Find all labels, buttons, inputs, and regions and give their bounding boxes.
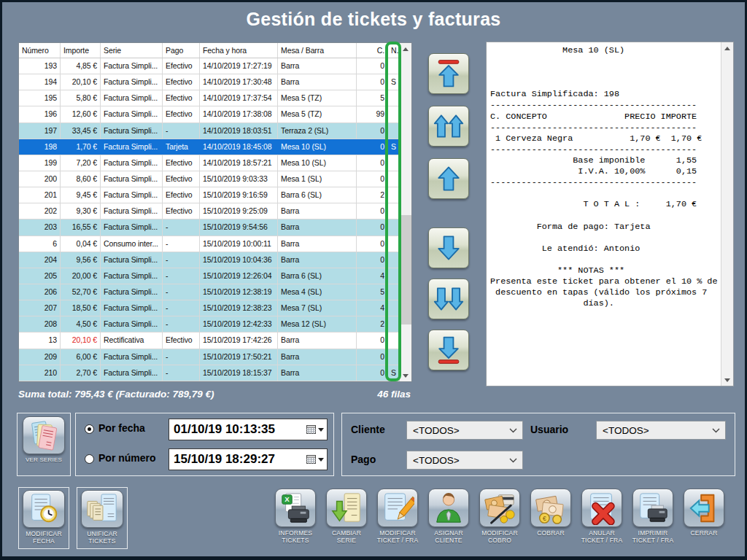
scroll-down-arrow-icon[interactable] [721, 374, 733, 386]
receipt-scrollbar[interactable] [721, 42, 733, 386]
modificar-fecha-button[interactable] [23, 490, 65, 528]
chevron-down-icon [712, 428, 725, 433]
date-filter-box: Por fecha 01/10/19 10:13:35 Por número 1… [75, 413, 334, 476]
table-row[interactable]: 20718,50 €Factura Simpli...-15/10/2019 1… [19, 300, 399, 316]
modificar-cobro-button[interactable]: MODIFICAR COBRO [476, 489, 523, 544]
cerrar-button-plate[interactable] [684, 489, 724, 527]
nav-first-button[interactable] [428, 53, 469, 94]
date-to-field[interactable]: 15/10/19 18:29:27 [169, 448, 328, 470]
por-fecha-label[interactable]: Por fecha [98, 422, 145, 434]
table-row[interactable]: 60,04 €Consumo inter...-15/10/2019 10:00… [19, 236, 399, 252]
date-from-calendar-button[interactable] [306, 425, 327, 434]
date-to-calendar-button[interactable] [306, 455, 327, 464]
usuario-select[interactable]: <TODOS> [596, 421, 726, 440]
table-row[interactable]: 20316,55 €Factura Simpli...-15/10/2019 9… [19, 219, 399, 236]
scrollbar-thumb[interactable] [400, 215, 411, 324]
pago-select[interactable]: <TODOS> [406, 451, 523, 470]
scroll-up-arrow-icon[interactable] [721, 42, 733, 54]
table-row[interactable]: 1955,80 €Factura Simpli...Efectivo14/10/… [19, 90, 399, 106]
cell-c: 0 [357, 74, 388, 90]
table-row[interactable]: 2049,56 €Factura Simpli...-15/10/2019 10… [19, 252, 399, 268]
imprimir-ticket-fra-button-label: IMPRIMIR TICKET / FRA [632, 529, 674, 544]
column-header-fecha[interactable]: Fecha y hora [200, 43, 278, 58]
asignar-cliente-button[interactable]: ASIGNAR CLIENTE [425, 489, 472, 544]
ver-series-label: VER SERIES [18, 456, 70, 464]
ver-series-button[interactable] [23, 416, 65, 454]
cell-mesa: Mesa 5 (TZ) [278, 90, 357, 106]
por-numero-label[interactable]: Por número [98, 452, 156, 464]
cell-numero: 208 [19, 316, 61, 332]
table-row[interactable]: 1981,70 €Factura Simpli...Tarjeta14/10/2… [19, 139, 399, 155]
nav-last-button[interactable] [428, 330, 469, 370]
cell-numero: 204 [19, 252, 61, 268]
nav-down-button[interactable] [428, 228, 469, 268]
cell-n: S [388, 74, 399, 90]
nav-page-down-button[interactable] [428, 279, 469, 319]
cell-n [388, 187, 399, 203]
cell-importe: 33,45 € [61, 123, 101, 139]
modificar-ticket-fra-button-plate[interactable] [377, 489, 418, 527]
table-row[interactable]: 1997,20 €Factura Simpli...Efectivo14/10/… [19, 155, 399, 171]
table-row[interactable]: 20520,00 €Factura Simpli...-15/10/2019 1… [19, 268, 399, 284]
cell-numero: 201 [19, 187, 61, 203]
por-numero-radio[interactable] [85, 454, 94, 464]
table-row[interactable]: 2008,60 €Factura Simpli...Efectivo15/10/… [19, 171, 399, 187]
table-row[interactable]: 2084,50 €Factura Simpli...-15/10/2019 12… [19, 316, 399, 332]
cell-fecha: 14/10/2019 18:57:21 [200, 155, 278, 171]
column-header-n[interactable]: N. [388, 43, 399, 58]
table-row[interactable]: 19733,45 €Factura Simpli...-14/10/2019 1… [19, 123, 399, 139]
table-scrollbar[interactable] [399, 43, 411, 381]
cell-numero: 203 [19, 219, 61, 235]
column-header-serie[interactable]: Serie [101, 43, 163, 58]
tickets-table: NúmeroImporteSeriePagoFecha y horaMesa /… [18, 42, 412, 382]
arrow-ticket-icon [330, 491, 363, 525]
column-header-pago[interactable]: Pago [163, 43, 200, 58]
informes-tickets-button[interactable]: XINFORMES TICKETS [272, 489, 319, 544]
table-row[interactable]: 1320,10 €RectificativaEfectivo15/10/2019… [19, 332, 399, 349]
table-row[interactable]: 2029,30 €Factura Simpli...Efectivo15/10/… [19, 203, 399, 219]
column-header-numero[interactable]: Número [19, 43, 61, 58]
cell-mesa: Mesa 4 (SL) [278, 284, 357, 300]
imprimir-ticket-fra-button-plate[interactable] [632, 489, 673, 527]
chevron-down-icon [318, 428, 324, 432]
cambiar-serie-button-plate[interactable] [326, 489, 367, 527]
scroll-up-arrow-icon[interactable] [400, 43, 411, 55]
exit-icon [687, 491, 721, 525]
cobrar-button[interactable]: €COBRAR [527, 489, 574, 537]
unificar-tickets-button[interactable] [81, 490, 123, 528]
column-header-c[interactable]: C. [357, 43, 388, 58]
table-row[interactable]: 19420,10 €Factura Simpli...Efectivo14/10… [19, 74, 399, 90]
nav-page-up-button[interactable] [428, 106, 469, 147]
scroll-down-arrow-icon[interactable] [400, 370, 411, 381]
cliente-select[interactable]: <TODOS> [406, 421, 523, 440]
table-row[interactable]: 20652,70 €Factura Simpli...-15/10/2019 1… [19, 284, 399, 300]
cell-mesa: Mesa 5 (TZ) [278, 106, 357, 122]
cell-fecha: 15/10/2019 12:38:19 [200, 284, 278, 300]
asignar-cliente-button-plate[interactable] [428, 489, 469, 527]
cell-mesa: Barra 6 (SL) [278, 187, 357, 203]
anular-ticket-fra-button[interactable]: ANULAR TICKET / FRA [578, 489, 625, 544]
date-from-field[interactable]: 01/10/19 10:13:35 [169, 419, 328, 440]
modificar-ticket-fra-button[interactable]: MODIFICAR TICKET / FRA [374, 489, 421, 544]
cell-pago: - [163, 252, 200, 268]
cerrar-button-label: CERRAR [690, 529, 717, 537]
column-header-importe[interactable]: Importe [61, 43, 101, 58]
por-fecha-radio[interactable] [85, 424, 94, 434]
table-row[interactable]: 2019,45 €Factura Simpli...Efectivo15/10/… [19, 187, 399, 203]
cobrar-button-plate[interactable]: € [530, 489, 571, 527]
table-row[interactable]: 2096,00 €Factura Simpli...-15/10/2019 17… [19, 349, 399, 365]
cambiar-serie-button[interactable]: CAMBIAR SERIE [323, 489, 370, 544]
table-row[interactable]: 19612,60 €Factura Simpli...Efectivo14/10… [19, 106, 399, 122]
cell-mesa: Barra [278, 219, 357, 235]
cell-importe: 1,70 € [61, 139, 101, 155]
cerrar-button[interactable]: CERRAR [681, 489, 727, 537]
anular-ticket-fra-button-plate[interactable] [581, 489, 622, 527]
informes-tickets-button-plate[interactable]: X [275, 489, 316, 527]
nav-up-button[interactable] [428, 158, 469, 199]
modificar-cobro-button-plate[interactable] [479, 489, 520, 527]
column-header-mesa[interactable]: Mesa / Barra [278, 43, 357, 58]
table-row[interactable]: 2102,70 €Factura Simpli...-15/10/2019 18… [19, 365, 399, 381]
cell-fecha: 15/10/2019 17:50:21 [200, 349, 278, 365]
imprimir-ticket-fra-button[interactable]: IMPRIMIR TICKET / FRA [630, 489, 676, 544]
table-row[interactable]: 1934,85 €Factura Simpli...Efectivo14/10/… [19, 58, 399, 74]
